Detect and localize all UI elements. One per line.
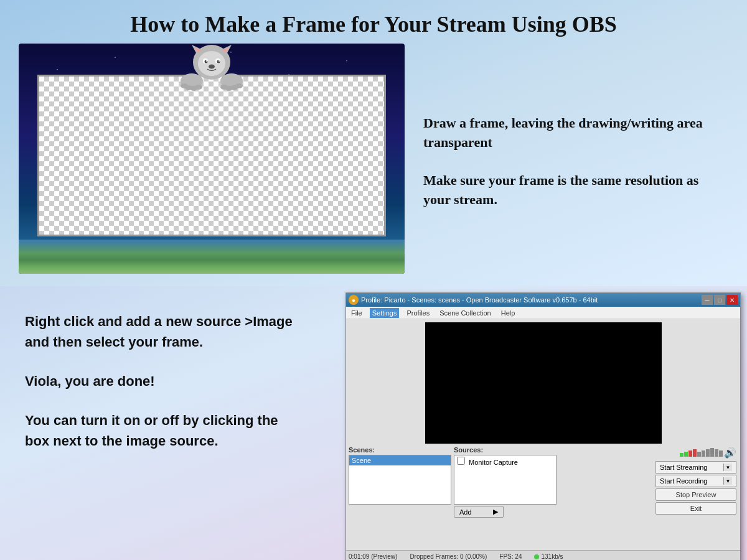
bottom-instruction-3: You can turn it on or off by clicking th… (25, 410, 305, 451)
status-fps: FPS: 24 (499, 553, 522, 560)
source-name: Monitor Capture (469, 459, 518, 466)
scenes-list[interactable]: Scene (349, 455, 451, 505)
fps-indicator (534, 554, 539, 559)
vol-bar-4 (693, 449, 697, 457)
start-recording-button[interactable]: Start Recording ▼ (655, 475, 736, 487)
instructions-panel: Right click and add a new source >Image … (0, 286, 330, 560)
bottom-instruction-2: Viola, you are done! (25, 371, 305, 391)
status-time: 0:01:09 (Preview) (349, 553, 397, 560)
obs-app-icon: ● (349, 295, 359, 305)
add-btn-label: Add (459, 508, 472, 516)
scenes-label: Scenes: (349, 446, 451, 454)
start-streaming-label: Start Streaming (660, 464, 707, 471)
status-dropped: Dropped Frames: 0 (0.00%) (410, 553, 487, 560)
obs-main-content: Scenes: Scene Sources: Monitor Capture A… (346, 444, 740, 559)
volume-area: 🔊 (680, 446, 736, 459)
svg-point-9 (217, 60, 220, 63)
status-bitrate: 131kb/s (541, 553, 563, 560)
instruction-line1: Draw a frame, leaving the drawing/writin… (423, 114, 710, 152)
start-recording-label: Start Recording (660, 477, 707, 485)
obs-statusbar: 0:01:09 (Preview) Dropped Frames: 0 (0.0… (346, 550, 740, 560)
top-section: How to Make a Frame for Your Stream Usin… (0, 0, 747, 286)
obs-scenes-panel: Scenes: Scene (349, 446, 451, 557)
obs-window-controls[interactable]: ─ □ ✕ (702, 295, 738, 305)
sources-label: Sources: (454, 446, 557, 454)
vol-bar-10 (719, 450, 723, 457)
source-checkbox[interactable] (457, 457, 465, 465)
menu-help[interactable]: Help (499, 308, 518, 318)
svg-point-12 (209, 65, 215, 69)
earth-strip (19, 240, 405, 274)
svg-point-22 (235, 83, 243, 88)
obs-sources-panel: Sources: Monitor Capture Add ▶ (454, 446, 557, 557)
menu-settings[interactable]: Settings (370, 308, 400, 318)
volume-bars (680, 448, 723, 457)
obs-titlebar: ● Profile: Picarto - Scenes: scenes - Op… (346, 293, 740, 307)
frame-background (19, 44, 405, 274)
top-instructions: Draw a frame, leaving the drawing/writin… (405, 44, 728, 280)
instruction-line2: Make sure your frame is the same resolut… (423, 171, 710, 210)
obs-preview-area (425, 322, 662, 444)
vol-bar-9 (715, 449, 718, 457)
vol-bar-7 (706, 449, 710, 457)
volume-icon: 🔊 (724, 447, 736, 459)
scene-item[interactable]: Scene (349, 455, 451, 465)
menu-scene-collection[interactable]: Scene Collection (437, 308, 494, 318)
vol-bar-5 (697, 452, 701, 457)
menu-file[interactable]: File (349, 308, 365, 318)
source-item[interactable]: Monitor Capture (454, 455, 556, 467)
minimize-button[interactable]: ─ (702, 295, 713, 305)
vol-bar-6 (702, 450, 705, 457)
add-btn-arrow: ▶ (493, 508, 498, 516)
obs-right-panel: 🔊 Start Streaming ▼ Start Recording ▼ St… (559, 446, 738, 557)
recording-arrow[interactable]: ▼ (723, 477, 732, 485)
exit-button[interactable]: Exit (655, 502, 736, 515)
svg-point-8 (205, 60, 208, 63)
wolf-character (168, 44, 255, 100)
bottom-instruction-1: Right click and add a new source >Image … (25, 311, 305, 352)
add-source-button[interactable]: Add ▶ (454, 506, 504, 518)
svg-point-18 (195, 85, 202, 90)
page-title: How to Make a Frame for Your Stream Usin… (0, 0, 747, 44)
vol-bar-8 (710, 448, 714, 457)
frame-preview (19, 44, 405, 274)
stop-preview-button[interactable]: Stop Preview (655, 488, 736, 501)
vol-bar-3 (688, 450, 692, 457)
vol-bar-1 (680, 453, 684, 457)
svg-point-11 (218, 60, 220, 62)
close-button[interactable]: ✕ (726, 295, 738, 305)
start-streaming-button[interactable]: Start Streaming ▼ (655, 461, 736, 474)
top-content: Draw a frame, leaving the drawing/writin… (0, 44, 747, 280)
maximize-button[interactable]: □ (714, 295, 725, 305)
status-bitrate-area: 131kb/s (534, 553, 563, 560)
obs-menubar[interactable]: File Settings Profiles Scene Collection … (346, 307, 740, 319)
bottom-section: Right click and add a new source >Image … (0, 286, 747, 560)
streaming-arrow[interactable]: ▼ (723, 464, 732, 471)
menu-profiles[interactable]: Profiles (404, 308, 432, 318)
svg-point-1 (198, 51, 225, 76)
sources-list[interactable]: Monitor Capture (454, 455, 557, 505)
svg-point-10 (206, 60, 207, 62)
obs-window-title: Profile: Picarto - Scenes: scenes - Open… (361, 296, 702, 304)
vol-bar-2 (684, 452, 688, 457)
obs-window: ● Profile: Picarto - Scenes: scenes - Op… (345, 292, 741, 560)
